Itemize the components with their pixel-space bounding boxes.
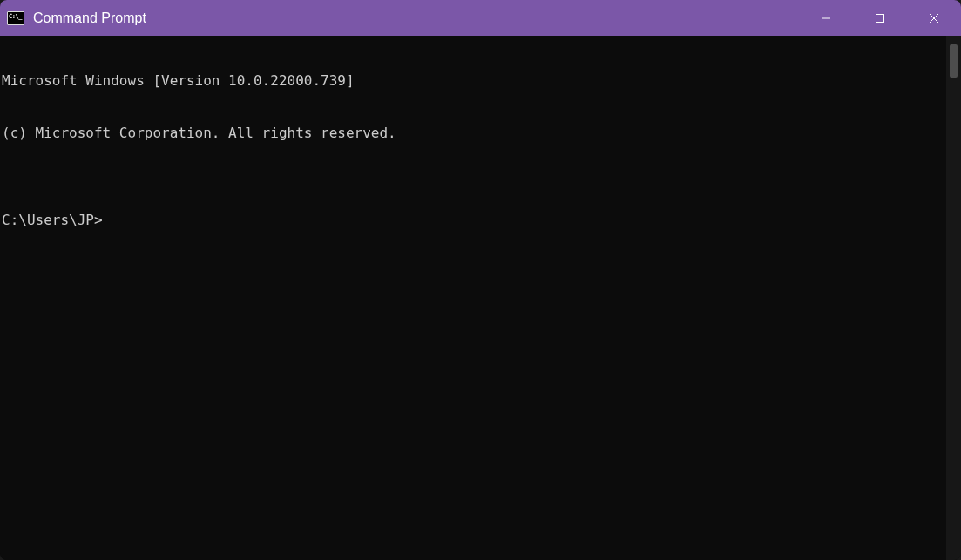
minimize-icon xyxy=(821,13,831,24)
titlebar[interactable]: Command Prompt xyxy=(0,0,961,36)
command-prompt-icon xyxy=(7,11,24,25)
window-title: Command Prompt xyxy=(33,10,799,26)
svg-rect-1 xyxy=(876,14,884,22)
close-icon xyxy=(929,13,939,24)
terminal-prompt-line: C:\Users\JP> xyxy=(2,212,946,229)
command-prompt-window: Command Prompt Microsoft Windows xyxy=(0,0,961,560)
maximize-icon xyxy=(875,13,885,24)
maximize-button[interactable] xyxy=(853,0,907,36)
scrollbar-thumb[interactable] xyxy=(950,44,958,78)
terminal-output[interactable]: Microsoft Windows [Version 10.0.22000.73… xyxy=(0,36,946,560)
window-controls xyxy=(799,0,961,36)
close-button[interactable] xyxy=(907,0,961,36)
scrollbar-track[interactable] xyxy=(946,36,961,560)
terminal-line: Microsoft Windows [Version 10.0.22000.73… xyxy=(2,72,946,90)
terminal-line: (c) Microsoft Corporation. All rights re… xyxy=(2,125,946,142)
minimize-button[interactable] xyxy=(799,0,853,36)
terminal-area: Microsoft Windows [Version 10.0.22000.73… xyxy=(0,36,961,560)
